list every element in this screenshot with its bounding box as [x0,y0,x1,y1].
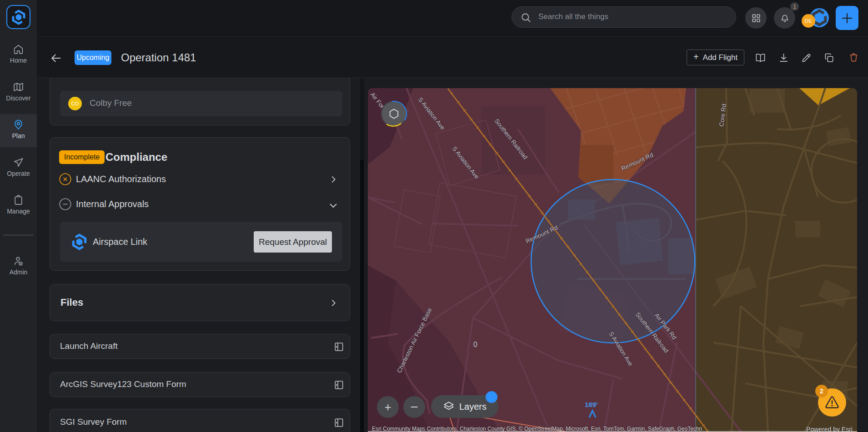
svg-text:0: 0 [473,341,477,348]
